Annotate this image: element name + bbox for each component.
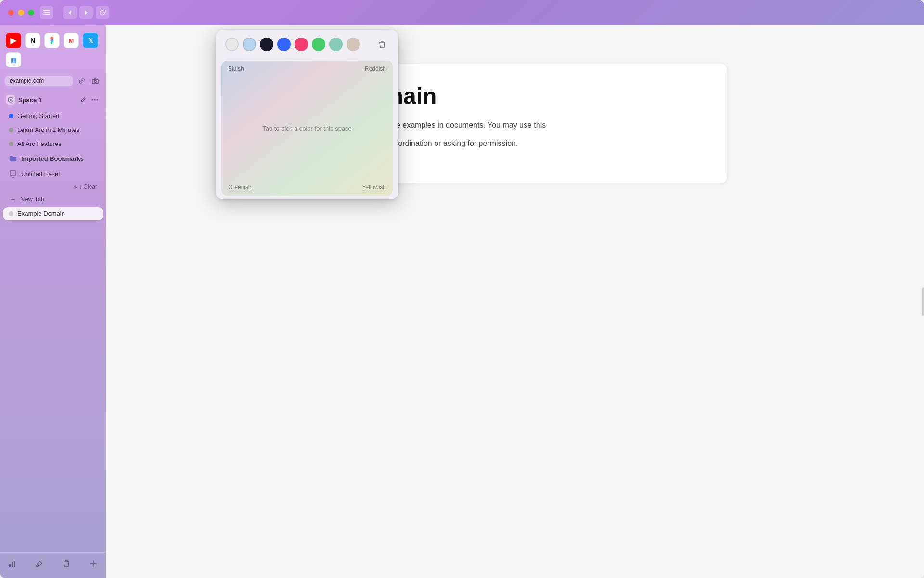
nav-label-all-features: All Arc Features [17, 140, 62, 147]
maximize-button[interactable] [28, 10, 34, 16]
swatch-white[interactable] [225, 38, 239, 51]
nav-dot-all-features [9, 142, 13, 146]
forward-button[interactable] [79, 6, 93, 19]
active-tab-item[interactable]: Example Domain [3, 207, 103, 220]
grid-label-greenish: Greenish [228, 184, 252, 191]
sidebar-toggle-button[interactable] [40, 6, 53, 19]
sidebar: ▶ N M 𝕏 ▦ example.com [0, 25, 106, 578]
new-tab-label: New Tab [20, 196, 44, 203]
svg-rect-0 [43, 10, 50, 11]
nav-item-imported-bookmarks[interactable]: Imported Bookmarks [3, 151, 103, 166]
color-picker-grid[interactable]: Bluish Reddish Greenish Yellowish Tap to… [221, 61, 393, 196]
swatch-blue[interactable] [277, 38, 291, 51]
color-picker-center-text: Tap to pick a color for this space [262, 125, 352, 132]
youtube-favicon[interactable]: ▶ [6, 33, 21, 48]
url-actions [76, 75, 101, 87]
svg-point-9 [97, 99, 98, 101]
space-actions [78, 94, 100, 105]
swatch-teal[interactable] [329, 38, 343, 51]
swatch-red[interactable] [295, 38, 308, 51]
main-content: ▶ N M 𝕏 ▦ example.com [0, 25, 924, 578]
svg-point-8 [94, 99, 96, 101]
titlebar [0, 0, 924, 25]
add-toolbar-button[interactable] [87, 557, 100, 570]
svg-rect-1 [43, 12, 50, 13]
nav-item-untitled-easel[interactable]: Untitled Easel [3, 167, 103, 181]
favorites-bar: ▶ N M 𝕏 ▦ [0, 29, 106, 71]
url-bar-area: example.com [0, 73, 106, 89]
url-bar[interactable]: example.com [5, 76, 73, 86]
color-picker-popup: Bluish Reddish Greenish Yellowish Tap to… [216, 30, 398, 199]
svg-point-14 [36, 565, 38, 567]
nav-label-getting-started: Getting Started [17, 112, 59, 119]
nav-label-untitled-easel: Untitled Easel [21, 171, 60, 178]
tab-dot [9, 211, 13, 216]
nav-item-learn-arc[interactable]: Learn Arc in 2 Minutes [3, 123, 103, 136]
swatch-green[interactable] [312, 38, 325, 51]
grid-label-bluish: Bluish [228, 66, 244, 72]
nav-dot-getting-started [9, 114, 13, 118]
browser-content: le Domain s for use in illustrative exam… [106, 25, 924, 578]
swatch-beige[interactable] [346, 38, 360, 51]
camera-icon-button[interactable] [90, 75, 101, 87]
refresh-button[interactable] [96, 6, 109, 19]
nav-item-getting-started[interactable]: Getting Started [3, 109, 103, 122]
edit-space-button[interactable] [78, 94, 89, 105]
svg-rect-11 [9, 564, 11, 567]
folder-icon [9, 154, 17, 163]
trash-toolbar-button[interactable] [60, 557, 73, 570]
space-name: Space 1 [18, 96, 75, 104]
twitter-favicon[interactable]: 𝕏 [83, 33, 98, 48]
grid-label-yellowish: Yellowish [362, 184, 386, 191]
easel-icon [9, 170, 17, 178]
clear-text: ↓ Clear [74, 184, 97, 190]
close-button[interactable] [8, 10, 14, 16]
nav-label-learn-arc: Learn Arc in 2 Minutes [17, 126, 79, 133]
plus-icon: + [9, 195, 17, 203]
link-icon-button[interactable] [76, 75, 88, 87]
svg-rect-3 [92, 79, 98, 84]
svg-point-6 [10, 99, 12, 101]
notion-favicon[interactable]: N [25, 33, 40, 48]
space-icon [6, 95, 15, 105]
space-header: Space 1 [0, 92, 106, 107]
brush-toolbar-button[interactable] [33, 557, 46, 570]
new-tab-button[interactable]: + New Tab [3, 193, 103, 206]
main-window: ▶ N M 𝕏 ▦ example.com [0, 0, 924, 578]
svg-rect-12 [12, 562, 13, 567]
grid-label-reddish: Reddish [365, 66, 386, 72]
svg-rect-10 [10, 171, 16, 175]
color-swatches [225, 38, 360, 51]
svg-point-4 [94, 81, 96, 83]
swatch-light-blue[interactable] [243, 38, 256, 51]
sidebar-toolbar [0, 552, 106, 574]
nav-dot-learn-arc [9, 128, 13, 132]
chart-toolbar-button[interactable] [6, 557, 19, 570]
navigation-buttons [63, 6, 109, 19]
color-picker-top [216, 30, 398, 57]
color-picker-overlay: Bluish Reddish Greenish Yellowish Tap to… [106, 25, 924, 578]
clear-button[interactable]: ↓ Clear [3, 183, 103, 191]
swatch-black[interactable] [260, 38, 273, 51]
more-space-button[interactable] [90, 94, 100, 105]
calendar-favicon[interactable]: ▦ [6, 52, 21, 67]
svg-rect-13 [14, 561, 15, 567]
tab-label: Example Domain [17, 210, 65, 217]
traffic-lights [8, 10, 34, 16]
color-picker-trash-button[interactable] [375, 38, 389, 51]
figma-favicon[interactable] [44, 33, 60, 48]
svg-rect-2 [43, 14, 50, 15]
url-text: example.com [10, 78, 44, 84]
nav-item-all-features[interactable]: All Arc Features [3, 137, 103, 150]
back-button[interactable] [63, 6, 77, 19]
nav-label-imported-bookmarks: Imported Bookmarks [21, 155, 84, 162]
svg-point-7 [92, 99, 93, 101]
gmail-favicon[interactable]: M [64, 33, 79, 48]
minimize-button[interactable] [18, 10, 24, 16]
